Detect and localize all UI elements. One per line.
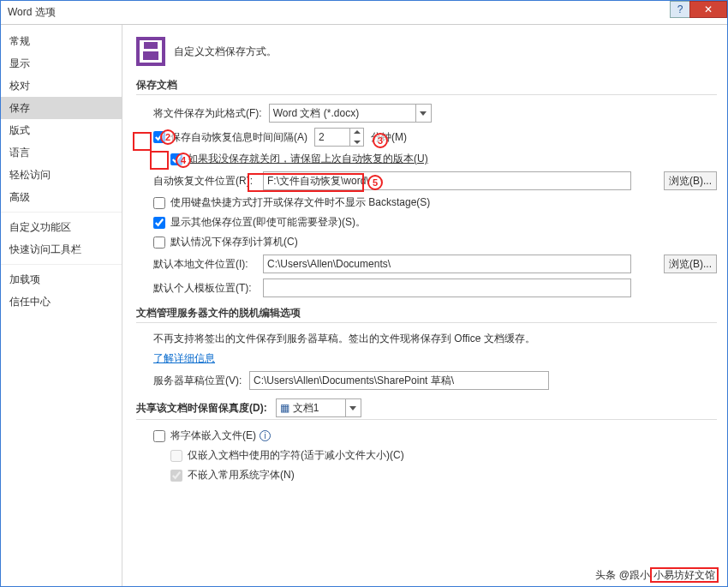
body: 常规 显示 校对 保存 版式 语言 轻松访问 高级 自定义功能区 快速访问工具栏… xyxy=(1,25,727,586)
default-comp-label: 默认情况下保存到计算机(C) xyxy=(170,235,298,249)
format-label: 将文件保存为此格式(F): xyxy=(153,106,262,121)
sidebar-item-display[interactable]: 显示 xyxy=(1,52,122,75)
watermark: 头条 @跟小小易坊好文馆 xyxy=(595,568,719,583)
window-title: Word 选项 xyxy=(8,5,56,20)
fidelity-doc-select[interactable]: ▦文档1 xyxy=(276,398,361,417)
annot-box-2 xyxy=(133,132,152,151)
row-embed-only: 仅嵌入文档中使用的字符(适于减小文件大小)(C) xyxy=(170,448,717,463)
learn-more-link[interactable]: 了解详细信息 xyxy=(153,351,215,366)
sidebar-item-language[interactable]: 语言 xyxy=(1,141,122,164)
row-draft-path: 服务器草稿位置(V): xyxy=(153,371,717,390)
panel-header: 自定义文档保存方式。 xyxy=(136,37,717,66)
keep-last-checkbox[interactable] xyxy=(170,153,182,165)
section-fidelity: 共享该文档时保留保真度(D): ▦文档1 xyxy=(136,398,717,420)
sidebar-item-addins[interactable]: 加载项 xyxy=(1,264,122,291)
embed-fonts-label: 将字体嵌入文件(E) xyxy=(170,428,256,443)
format-value: Word 文档 (*.docx) xyxy=(273,106,359,121)
row-default-comp: 默认情况下保存到计算机(C) xyxy=(153,235,717,249)
close-button[interactable]: ✕ xyxy=(689,1,727,18)
section-offline: 文档管理服务器文件的脱机编辑选项 xyxy=(136,306,717,323)
sidebar-item-ease[interactable]: 轻松访问 xyxy=(1,164,122,186)
backstage-checkbox[interactable] xyxy=(153,197,165,209)
sidebar-item-trust[interactable]: 信任中心 xyxy=(1,291,122,313)
recover-path-input[interactable] xyxy=(263,171,631,190)
embed-only-checkbox xyxy=(170,450,182,462)
embed-nosys-label: 不嵌入常用系统字体(N) xyxy=(188,468,295,482)
row-recover-path: 自动恢复文件位置(R): 浏览(B)... xyxy=(153,171,717,190)
autosave-interval[interactable] xyxy=(314,128,364,147)
tpl-path-input[interactable] xyxy=(263,279,631,297)
window-buttons: ? ✕ xyxy=(671,1,727,18)
local-browse-button[interactable]: 浏览(B)... xyxy=(664,255,717,273)
help-button[interactable]: ? xyxy=(670,1,690,18)
draft-path-input[interactable] xyxy=(249,371,549,390)
autosave-unit: 分钟(M) xyxy=(371,130,407,145)
keep-last-label: 如果我没保存就关闭，请保留上次自动恢复的版本(U) xyxy=(188,152,428,166)
row-backstage: 使用键盘快捷方式打开或保存文件时不显示 Backstage(S) xyxy=(153,195,717,210)
main-panel: 自定义文档保存方式。 保存文档 将文件保存为此格式(F): Word 文档 (*… xyxy=(122,25,727,586)
titlebar: Word 选项 ? ✕ xyxy=(1,1,727,25)
row-embed-fonts: 将字体嵌入文件(E) i xyxy=(153,428,717,443)
row-tpl-path: 默认个人模板位置(T): xyxy=(153,279,717,297)
section-save-docs: 保存文档 xyxy=(136,78,717,95)
local-path-input[interactable] xyxy=(263,255,631,273)
sidebar-item-ribbon[interactable]: 自定义功能区 xyxy=(1,212,122,238)
sidebar-item-layout[interactable]: 版式 xyxy=(1,119,122,141)
sidebar-item-save[interactable]: 保存 xyxy=(1,97,122,119)
sidebar-item-qat[interactable]: 快速访问工具栏 xyxy=(1,238,122,261)
draft-path-label: 服务器草稿位置(V): xyxy=(153,374,249,388)
autosave-label: 保存自动恢复信息时间间隔(A) xyxy=(170,130,307,145)
save-icon xyxy=(136,37,165,66)
tpl-path-label: 默认个人模板位置(T): xyxy=(153,281,263,296)
annot-box-4 xyxy=(150,151,169,170)
recover-browse-button[interactable]: 浏览(B)... xyxy=(664,171,717,190)
row-format: 将文件保存为此格式(F): Word 文档 (*.docx) xyxy=(153,104,717,123)
embed-only-label: 仅嵌入文档中使用的字符(适于减小文件大小)(C) xyxy=(188,448,404,463)
row-autosave: 保存自动恢复信息时间间隔(A) 分钟(M) xyxy=(153,128,717,147)
offline-note: 不再支持将签出的文件保存到服务器草稿。签出的文件现将保存到 Office 文档缓… xyxy=(153,332,717,346)
row-show-other: 显示其他保存位置(即使可能需要登录)(S)。 xyxy=(153,215,717,230)
panel-header-text: 自定义文档保存方式。 xyxy=(174,45,277,59)
info-icon[interactable]: i xyxy=(260,430,271,441)
sidebar-item-proofing[interactable]: 校对 xyxy=(1,75,122,97)
show-other-label: 显示其他保存位置(即使可能需要登录)(S)。 xyxy=(170,215,366,230)
sidebar-item-general[interactable]: 常规 xyxy=(1,30,122,52)
sidebar-item-advanced[interactable]: 高级 xyxy=(1,186,122,208)
backstage-label: 使用键盘快捷方式打开或保存文件时不显示 Backstage(S) xyxy=(170,195,430,210)
sidebar: 常规 显示 校对 保存 版式 语言 轻松访问 高级 自定义功能区 快速访问工具栏… xyxy=(1,25,122,586)
show-other-checkbox[interactable] xyxy=(153,217,165,229)
options-window: Word 选项 ? ✕ 常规 显示 校对 保存 版式 语言 轻松访问 高级 自定… xyxy=(0,0,728,587)
autosave-checkbox[interactable] xyxy=(153,131,165,143)
recover-path-label: 自动恢复文件位置(R): xyxy=(153,174,263,189)
row-keep-last: 如果我没保存就关闭，请保留上次自动恢复的版本(U) xyxy=(170,152,717,166)
row-local-path: 默认本地文件位置(I): 浏览(B)... xyxy=(153,255,717,273)
format-select[interactable]: Word 文档 (*.docx) xyxy=(269,104,432,123)
embed-nosys-checkbox xyxy=(170,470,182,482)
row-embed-nosys: 不嵌入常用系统字体(N) xyxy=(170,468,717,482)
embed-fonts-checkbox[interactable] xyxy=(153,430,165,442)
fidelity-label: 共享该文档时保留保真度(D): xyxy=(136,401,267,416)
local-path-label: 默认本地文件位置(I): xyxy=(153,257,263,272)
default-comp-checkbox[interactable] xyxy=(153,237,165,249)
autosave-value[interactable] xyxy=(315,129,348,146)
fidelity-doc: 文档1 xyxy=(293,401,319,416)
